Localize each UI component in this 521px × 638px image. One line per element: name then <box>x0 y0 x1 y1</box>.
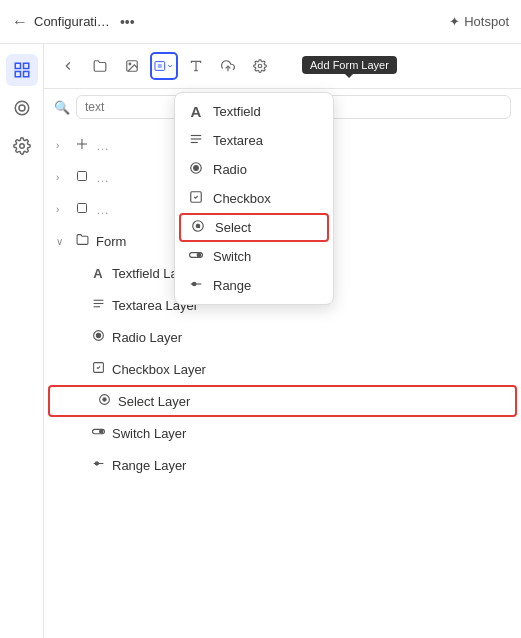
layer-icon-1 <box>74 138 90 153</box>
dropdown-range-label: Range <box>213 278 251 293</box>
svg-point-8 <box>129 63 131 65</box>
panel: Add Form Layer A Textfield Textare <box>44 44 521 638</box>
textfield-icon: A <box>187 103 205 120</box>
checkbox-layer-icon <box>90 361 106 377</box>
svg-point-33 <box>96 333 100 337</box>
svg-point-6 <box>19 144 24 149</box>
layer-icon-2 <box>74 170 90 185</box>
svg-rect-1 <box>23 63 28 68</box>
svg-rect-0 <box>15 63 20 68</box>
svg-point-22 <box>196 224 200 228</box>
radio-layer-item[interactable]: Radio Layer <box>44 321 521 353</box>
chevron-right-icon-2: › <box>56 172 68 183</box>
checkbox-icon <box>187 190 205 207</box>
svg-point-15 <box>258 64 262 68</box>
text-toolbar-button[interactable] <box>182 52 210 80</box>
svg-point-24 <box>197 253 201 257</box>
dropdown-textarea[interactable]: Textarea <box>175 126 333 155</box>
sidebar-layers-icon[interactable] <box>6 54 38 86</box>
hotspot-icon: ✦ <box>449 14 460 29</box>
dropdown-textfield[interactable]: A Textfield <box>175 97 333 126</box>
svg-rect-27 <box>78 171 87 180</box>
dropdown-switch[interactable]: Switch <box>175 242 333 271</box>
sidebar-assets-icon[interactable] <box>6 92 38 124</box>
search-icon: 🔍 <box>54 100 70 115</box>
svg-point-38 <box>99 430 102 433</box>
svg-point-26 <box>193 282 197 286</box>
svg-point-20 <box>194 166 199 171</box>
dropdown-range[interactable]: Range <box>175 271 333 300</box>
svg-point-5 <box>19 105 25 111</box>
checkbox-layer-label: Checkbox Layer <box>112 362 509 377</box>
switch-layer-icon <box>90 425 106 441</box>
left-sidebar <box>0 44 44 638</box>
toolbar: Add Form Layer <box>44 44 521 89</box>
switch-layer-item[interactable]: Switch Layer <box>44 417 521 449</box>
form-type-dropdown: A Textfield Textarea Radio Checkbox <box>174 92 334 305</box>
dropdown-radio-label: Radio <box>213 162 247 177</box>
back-toolbar-button[interactable] <box>54 52 82 80</box>
upload-toolbar-button[interactable] <box>214 52 242 80</box>
dropdown-select[interactable]: Select <box>179 213 329 242</box>
svg-point-36 <box>102 398 105 401</box>
dropdown-switch-label: Switch <box>213 249 251 264</box>
dropdown-textarea-label: Textarea <box>213 133 263 148</box>
select-layer-label: Select Layer <box>118 394 503 409</box>
select-icon <box>189 219 207 236</box>
radio-icon <box>187 161 205 178</box>
layer-icon-3 <box>74 202 90 217</box>
dropdown-checkbox[interactable]: Checkbox <box>175 184 333 213</box>
hotspot-button[interactable]: ✦ Hotspot <box>449 14 509 29</box>
textarea-icon <box>187 132 205 149</box>
range-layer-label: Range Layer <box>112 458 509 473</box>
dropdown-checkbox-label: Checkbox <box>213 191 271 206</box>
chevron-right-icon-3: › <box>56 204 68 215</box>
hotspot-label: Hotspot <box>464 14 509 29</box>
svg-rect-28 <box>78 203 87 212</box>
page-title: Configurati… <box>34 14 110 29</box>
form-group-icon <box>74 233 90 249</box>
textfield-layer-icon: A <box>90 266 106 281</box>
chevron-right-icon: › <box>56 140 68 151</box>
main-layout: Add Form Layer A Textfield Textare <box>0 44 521 638</box>
radio-layer-icon <box>90 329 106 345</box>
svg-rect-9 <box>155 62 165 71</box>
back-nav-icon[interactable]: ← <box>12 13 28 31</box>
range-layer-icon <box>90 457 106 473</box>
dropdown-textfield-label: Textfield <box>213 104 261 119</box>
switch-icon <box>187 248 205 265</box>
svg-rect-3 <box>23 72 28 77</box>
chevron-down-icon: ∨ <box>56 236 68 247</box>
select-layer-item[interactable]: Select Layer <box>48 385 517 417</box>
top-bar: ← Configurati… ••• ✦ Hotspot <box>0 0 521 44</box>
add-form-layer-tooltip: Add Form Layer <box>302 56 397 74</box>
svg-rect-2 <box>15 72 20 77</box>
range-layer-item[interactable]: Range Layer <box>44 449 521 481</box>
switch-layer-label: Switch Layer <box>112 426 509 441</box>
form-toolbar-button[interactable] <box>150 52 178 80</box>
folder-toolbar-button[interactable] <box>86 52 114 80</box>
radio-layer-label: Radio Layer <box>112 330 509 345</box>
svg-point-4 <box>15 101 29 115</box>
textarea-layer-icon <box>90 297 106 313</box>
more-options-icon[interactable]: ••• <box>120 14 135 30</box>
top-bar-left: ← Configurati… ••• <box>12 13 441 31</box>
sidebar-settings-icon[interactable] <box>6 130 38 162</box>
dropdown-radio[interactable]: Radio <box>175 155 333 184</box>
checkbox-layer-item[interactable]: Checkbox Layer <box>44 353 521 385</box>
config-toolbar-button[interactable] <box>246 52 274 80</box>
range-icon <box>187 277 205 294</box>
image-toolbar-button[interactable] <box>118 52 146 80</box>
select-layer-icon <box>96 393 112 409</box>
dropdown-select-label: Select <box>215 220 251 235</box>
svg-point-40 <box>95 462 98 465</box>
